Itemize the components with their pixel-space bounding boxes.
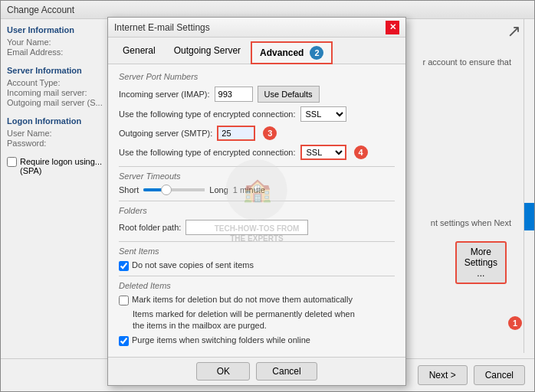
timeout-slider[interactable]	[143, 188, 205, 191]
badge-4: 4	[354, 145, 368, 159]
cursor-icon: ↖	[507, 21, 521, 41]
bg-right-text1: r account to ensure that	[422, 57, 511, 67]
email-label: Email Address:	[7, 47, 117, 57]
mark-deletion-label: Mark items for deletion but do not move …	[132, 295, 353, 304]
dialog-close-button[interactable]: ✕	[386, 21, 399, 34]
folders-title: Folders	[119, 206, 395, 215]
server-info-section: Server Information Account Type: Incomin…	[7, 66, 117, 107]
password-label: Password:	[7, 139, 117, 148]
use-defaults-button[interactable]: Use Defaults	[258, 86, 320, 103]
more-settings-button[interactable]: More Settings ...	[455, 241, 507, 284]
outgoing-server-row: Outgoing server (SMTP): 3	[119, 126, 395, 141]
cancel-button[interactable]: Cancel	[256, 362, 317, 381]
tab-general[interactable]: General	[114, 41, 164, 64]
server-port-section: Server Port Numbers Incoming server (IMA…	[119, 72, 395, 160]
next-button[interactable]: Next >	[418, 365, 468, 385]
encrypt-select1[interactable]: SSL TLS None	[300, 106, 346, 122]
require-logon-checkbox[interactable]	[7, 157, 17, 167]
long-label: Long	[209, 185, 228, 194]
scrollbar-thumb	[524, 203, 534, 230]
dialog-footer: OK Cancel	[108, 357, 405, 385]
no-save-copies-row: Do not save copies of sent items	[119, 260, 395, 271]
incoming-server-input[interactable]	[215, 87, 253, 102]
purge-label: Purge items when switching folders while…	[132, 335, 310, 345]
encrypt-label1: Use the following type of encrypted conn…	[119, 109, 296, 119]
sent-items-title: Sent Items	[119, 247, 395, 256]
purge-checkbox[interactable]	[119, 336, 129, 346]
bg-cancel-button[interactable]: Cancel	[474, 365, 525, 385]
sent-items-section: Sent Items Do not save copies of sent it…	[119, 247, 395, 271]
your-name-label: Your Name:	[7, 38, 117, 47]
encrypt-select2[interactable]: SSL TLS None	[300, 145, 346, 160]
incoming-server-row: Incoming server (IMAP): Use Defaults	[119, 86, 395, 103]
server-timeouts-title: Server Timeouts	[119, 172, 395, 181]
folders-section: Folders Root folder path:	[119, 206, 395, 235]
bg-window-title: Change Account	[7, 5, 74, 15]
outgoing-mail-label: Outgoing mail server (S...	[7, 98, 117, 107]
root-folder-input[interactable]	[185, 220, 308, 235]
dialog-body: Server Port Numbers Incoming server (IMA…	[108, 64, 405, 357]
server-timeouts-section: Server Timeouts Short Long 1 minute	[119, 172, 395, 194]
short-label: Short	[119, 185, 139, 194]
no-save-copies-label: Do not save copies of sent items	[132, 260, 254, 270]
username-label: User Name:	[7, 129, 117, 138]
encrypt-row2: Use the following type of encrypted conn…	[119, 145, 395, 160]
outgoing-server-label: Outgoing server (SMTP):	[119, 129, 212, 138]
server-info-title: Server Information	[7, 66, 117, 75]
purge-row: Purge items when switching folders while…	[119, 335, 395, 346]
timeout-value: 1 minute	[233, 185, 265, 194]
more-settings-area: 1 More Settings ...	[505, 316, 522, 330]
require-logon: Require logon using...(SPA)	[7, 157, 117, 175]
deleted-items-section: Deleted Items Mark items for deletion bu…	[119, 281, 395, 346]
mark-deletion-checkbox[interactable]	[119, 296, 129, 305]
timeout-slider-container	[143, 188, 205, 191]
dialog-tabs: General Outgoing Server Advanced 2	[108, 38, 405, 64]
root-folder-row: Root folder path:	[119, 220, 395, 235]
ok-button[interactable]: OK	[196, 362, 250, 381]
dialog-title: Internet E-mail Settings	[114, 22, 210, 33]
tab-advanced[interactable]: Advanced 2	[251, 41, 333, 64]
tab-outgoing-server[interactable]: Outgoing Server	[166, 41, 249, 64]
require-logon-text: Require logon using...(SPA)	[20, 157, 102, 175]
incoming-server-label: Incoming server (IMAP):	[119, 90, 210, 99]
bg-right-text2: nt settings when Next	[431, 218, 511, 227]
mark-deletion-row: Mark items for deletion but do not move …	[119, 295, 395, 305]
outgoing-server-input[interactable]	[217, 126, 255, 141]
internet-email-settings-dialog: Internet E-mail Settings ✕ General Outgo…	[107, 17, 406, 386]
badge-2: 2	[310, 46, 323, 60]
scrollbar[interactable]	[524, 19, 534, 353]
deleted-items-title: Deleted Items	[119, 281, 395, 290]
encrypt-row1: Use the following type of encrypted conn…	[119, 106, 395, 122]
root-folder-label: Root folder path:	[119, 223, 181, 232]
user-info-title: User Information	[7, 25, 117, 34]
no-save-copies-checkbox[interactable]	[119, 261, 129, 271]
bg-sidebar: User Information Your Name: Email Addres…	[1, 19, 123, 391]
badge-3: 3	[263, 126, 277, 140]
logon-info-title: Logon Information	[7, 116, 117, 126]
user-info-section: User Information Your Name: Email Addres…	[7, 25, 117, 57]
encrypt-label2: Use the following type of encrypted conn…	[119, 148, 296, 157]
deletion-info-text: Items marked for deletion will be perman…	[133, 309, 395, 332]
server-port-title: Server Port Numbers	[119, 72, 395, 81]
account-type-label: Account Type:	[7, 78, 117, 87]
logon-info-section: Logon Information User Name: Password:	[7, 116, 117, 148]
badge-1: 1	[508, 316, 522, 330]
timeout-row: Short Long 1 minute	[119, 185, 395, 194]
dialog-titlebar: Internet E-mail Settings ✕	[108, 18, 405, 38]
incoming-mail-label: Incoming mail server:	[7, 88, 117, 97]
